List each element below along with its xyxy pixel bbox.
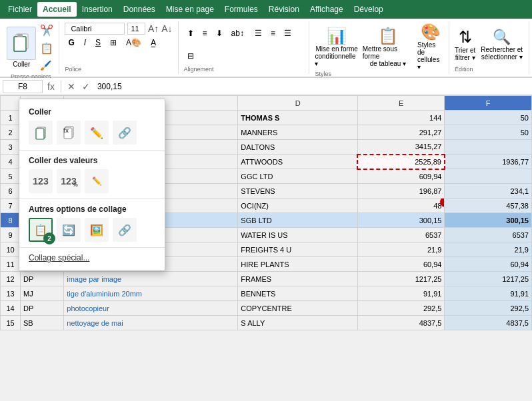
- paste-value-btn[interactable]: 123: [29, 169, 53, 193]
- trier-filtrer-btn[interactable]: ⇅ Trier etfiltrer ▾: [455, 28, 475, 61]
- mise-en-forme-conditionnelle-btn[interactable]: 📊 Mise en formeconditionnelle ▾: [315, 27, 358, 67]
- cell-f3[interactable]: [445, 140, 532, 155]
- font-color-button[interactable]: A̲: [147, 37, 159, 49]
- cell-d8[interactable]: SGB LTD: [238, 213, 358, 228]
- paste-link-btn[interactable]: 🔗: [113, 121, 137, 145]
- cell-d9[interactable]: WATER IS US: [238, 228, 358, 242]
- formula-cancel-btn[interactable]: ✕: [65, 81, 77, 92]
- formula-confirm-btn[interactable]: ✓: [80, 81, 92, 92]
- copy-button[interactable]: ✂️: [39, 23, 55, 38]
- align-left-btn[interactable]: ☰: [251, 27, 265, 39]
- cell-d11[interactable]: HIRE PLANTS: [238, 257, 358, 272]
- cell-reference-input[interactable]: [3, 80, 43, 93]
- cell-e10[interactable]: 21,9: [357, 242, 445, 257]
- paste-image-btn[interactable]: 🖼️: [85, 218, 109, 242]
- cell-c14[interactable]: photocopieur: [64, 301, 238, 316]
- paste-value-formula-btn[interactable]: ✏️: [85, 169, 109, 193]
- cell-f7[interactable]: 457,38: [445, 199, 532, 213]
- cell-c15[interactable]: nettoyage de mai: [64, 316, 238, 330]
- cell-e4[interactable]: 2525,89: [357, 155, 445, 169]
- menu-affichage[interactable]: Affichage: [305, 2, 349, 17]
- paste-special-link[interactable]: Collage spécial...: [19, 250, 165, 265]
- cell-c13[interactable]: tige d'aluminium 20mm: [64, 286, 238, 301]
- cell-f14[interactable]: 292,5: [445, 301, 532, 316]
- col-e-header[interactable]: E: [357, 96, 445, 111]
- cell-e5[interactable]: 609,94: [357, 169, 445, 184]
- col-f-header[interactable]: F: [445, 96, 532, 111]
- font-size-box[interactable]: 11: [127, 23, 145, 35]
- paste-clipboard-btn[interactable]: [29, 121, 53, 145]
- cell-e8[interactable]: 300,15: [357, 213, 445, 228]
- cell-d15[interactable]: S ALLY: [238, 316, 358, 330]
- cell-d12[interactable]: FRAMES: [238, 272, 358, 286]
- cell-b14[interactable]: DP: [21, 301, 64, 316]
- cell-f2[interactable]: 50: [445, 125, 532, 140]
- cell-f6[interactable]: 234,1: [445, 184, 532, 199]
- cell-d1[interactable]: THOMAS S: [238, 111, 358, 125]
- cell-e7[interactable]: 48 1: [357, 199, 445, 213]
- coller-button[interactable]: Coller: [7, 27, 36, 68]
- font-increase-btn[interactable]: A↑: [148, 23, 159, 34]
- paste-formula-btn[interactable]: fx: [57, 121, 81, 145]
- merge-btn[interactable]: ⊟: [184, 50, 197, 62]
- cell-f13[interactable]: 91,91: [445, 286, 532, 301]
- cell-e6[interactable]: 196,87: [357, 184, 445, 199]
- cut-button[interactable]: 📋: [39, 41, 55, 56]
- cell-e12[interactable]: 1217,25: [357, 272, 445, 286]
- fill-color-button[interactable]: A🎨: [123, 37, 145, 49]
- cell-d3[interactable]: DALTONS: [238, 140, 358, 155]
- paste-transpose-btn[interactable]: 🔄: [57, 218, 81, 242]
- fx-button[interactable]: fx: [45, 81, 57, 92]
- menu-donnees[interactable]: Données: [118, 2, 161, 17]
- rechercher-selectionner-btn[interactable]: 🔍 Rechercher etsélectionner ▾: [481, 29, 523, 61]
- format-painter-button[interactable]: 🖌️: [39, 59, 55, 72]
- cell-e15[interactable]: 4837,5: [357, 316, 445, 330]
- cell-d10[interactable]: FREIGHTS 4 U: [238, 242, 358, 257]
- cell-d4[interactable]: ATTWOODS: [238, 155, 358, 169]
- cell-d5[interactable]: GGC LTD: [238, 169, 358, 184]
- paste-other-active-btn[interactable]: 📋 2: [29, 218, 53, 242]
- cell-f10[interactable]: 21,9: [445, 242, 532, 257]
- cell-e13[interactable]: 91,91: [357, 286, 445, 301]
- cell-c12[interactable]: image par image: [64, 272, 238, 286]
- styles-cellules-btn[interactable]: 🎨 Styles decellules ▾: [417, 23, 443, 71]
- cell-f12[interactable]: 1217,25: [445, 272, 532, 286]
- cell-b13[interactable]: MJ: [21, 286, 64, 301]
- cell-f1[interactable]: 50: [445, 111, 532, 125]
- cell-f11[interactable]: 60,94: [445, 257, 532, 272]
- font-decrease-btn[interactable]: A↓: [161, 23, 172, 34]
- text-direction-btn[interactable]: ab↕: [228, 27, 247, 39]
- cell-f5[interactable]: [445, 169, 532, 184]
- cell-b15[interactable]: SB: [21, 316, 64, 330]
- cell-f8[interactable]: 300,15: [445, 213, 532, 228]
- italic-button[interactable]: I: [81, 37, 89, 49]
- align-right-btn[interactable]: ☰: [281, 27, 295, 39]
- cell-f9[interactable]: 6537: [445, 228, 532, 242]
- font-name-box[interactable]: Calibri: [65, 23, 125, 35]
- menu-mise-en-page[interactable]: Mise en page: [161, 2, 219, 17]
- align-middle-btn[interactable]: ≡: [199, 27, 211, 39]
- cell-f4[interactable]: 1936,77: [445, 155, 532, 169]
- align-center-btn[interactable]: ≡: [267, 27, 279, 39]
- formula-input[interactable]: [95, 81, 529, 93]
- tableau-btn[interactable]: 📋 Mettre sous formede tableau ▾: [363, 27, 413, 67]
- cell-d13[interactable]: BENNETS: [238, 286, 358, 301]
- align-bottom-btn[interactable]: ⬇: [213, 27, 226, 39]
- cell-d14[interactable]: COPYCENTRE: [238, 301, 358, 316]
- cell-e11[interactable]: 60,94: [357, 257, 445, 272]
- cell-b12[interactable]: DP: [21, 272, 64, 286]
- paste-format-btn[interactable]: ✏️: [85, 121, 109, 145]
- align-top-btn[interactable]: ⬆: [184, 27, 197, 39]
- menu-insertion[interactable]: Insertion: [77, 2, 118, 17]
- cell-e1[interactable]: 144: [357, 111, 445, 125]
- paste-linked-image-btn[interactable]: 🔗: [113, 218, 137, 242]
- underline-button[interactable]: S: [92, 37, 104, 49]
- menu-revision[interactable]: Révision: [263, 2, 305, 17]
- cell-f15[interactable]: 4837,5: [445, 316, 532, 330]
- paste-value-format-btn[interactable]: 123%: [57, 169, 81, 193]
- menu-accueil[interactable]: Accueil: [37, 2, 77, 17]
- cell-e9[interactable]: 6537: [357, 228, 445, 242]
- cell-d2[interactable]: MANNERS: [238, 125, 358, 140]
- cell-d7[interactable]: OCI(NZ): [238, 199, 358, 213]
- cell-e14[interactable]: 292,5: [357, 301, 445, 316]
